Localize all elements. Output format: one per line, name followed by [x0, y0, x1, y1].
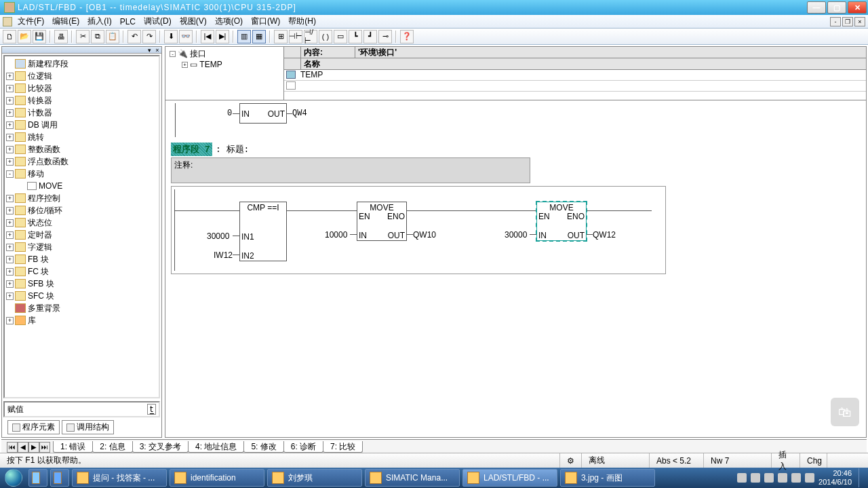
expand-icon[interactable]: + [6, 109, 14, 117]
tree-item-状态位[interactable]: +状态位 [6, 217, 157, 229]
tree-item-移位/循环[interactable]: +移位/循环 [6, 204, 157, 217]
menu-debug[interactable]: 调试(D) [140, 16, 176, 27]
save-button[interactable]: 💾 [33, 30, 46, 43]
tray-flag-icon[interactable] [751, 473, 760, 483]
taskbar-explorer[interactable] [28, 469, 47, 487]
ladder-editor[interactable]: IN OUT 0 QW4 程序段 7 : 标题: 注释: [165, 100, 867, 438]
expand-icon[interactable]: + [6, 219, 14, 227]
expand-icon[interactable]: + [6, 256, 14, 263]
tree-item-跳转[interactable]: +跳转 [6, 131, 157, 143]
tab-info[interactable]: 2: 信息 [92, 441, 132, 453]
network-comment[interactable]: 注释: [171, 157, 530, 183]
row-empty[interactable] [298, 81, 866, 91]
download-button[interactable]: ⬇ [164, 30, 178, 43]
expand-icon[interactable]: + [6, 121, 14, 129]
expand-icon[interactable]: + [6, 280, 14, 288]
menu-help[interactable]: 帮助(H) [284, 16, 320, 27]
expand-icon[interactable]: - [170, 51, 176, 57]
tree-item-新建程序段[interactable]: 新建程序段 [6, 58, 157, 70]
tree-item-SFC 块[interactable]: +SFC 块 [6, 290, 157, 302]
print-button[interactable]: 🖶 [54, 30, 68, 43]
tree-item-位逻辑[interactable]: +位逻辑 [6, 70, 157, 82]
tab-program-elements[interactable]: 程序元素 [7, 420, 60, 434]
tab-addr[interactable]: 4: 地址信息 [188, 441, 244, 453]
move1-in-value[interactable]: 10000 [325, 230, 347, 240]
overview-button[interactable]: ▥ [237, 30, 251, 43]
cmp-in2-value[interactable]: IW12 [214, 250, 233, 260]
interface-tree[interactable]: -🔌 接口 +▭ TEMP [165, 47, 284, 100]
show-desktop-button[interactable] [859, 468, 864, 487]
tab-modify[interactable]: 5: 修改 [243, 441, 283, 453]
taskbar-item-2[interactable]: 刘梦琪 [267, 469, 362, 487]
tree-item-移动[interactable]: -移动 [6, 168, 157, 180]
move2-out-value[interactable]: QW12 [593, 230, 616, 240]
menu-edit[interactable]: 编辑(E) [48, 16, 83, 27]
floating-tool-button[interactable]: 🛍 [831, 398, 859, 426]
expand-icon[interactable]: + [6, 244, 14, 251]
assign-dropdown-icon[interactable]: t̲ [147, 404, 156, 415]
whats-this-button[interactable]: ❓ [400, 30, 414, 43]
tab-errors[interactable]: 1: 错误 [53, 441, 93, 453]
cmp-block[interactable]: CMP ==I IN1 IN2 [239, 202, 287, 261]
undo-button[interactable]: ↶ [127, 30, 141, 43]
pane-close-icon[interactable]: × [153, 47, 161, 54]
tree-item-计数器[interactable]: +计数器 [6, 107, 157, 119]
tray-volume-icon[interactable] [791, 473, 801, 483]
copy-button[interactable]: ⧉ [91, 30, 104, 43]
instruction-tree[interactable]: 新建程序段+位逻辑+比较器+转换器+计数器+DB 调用+跳转+整数函数+浮点数函… [3, 55, 160, 398]
expand-icon[interactable]: + [6, 231, 14, 239]
branch-close-button[interactable]: ┛ [363, 30, 377, 43]
expand-icon[interactable]: + [6, 97, 14, 105]
start-button[interactable] [0, 468, 27, 488]
expand-icon[interactable]: + [6, 317, 14, 324]
goto-next-button[interactable]: ▶| [216, 30, 229, 43]
move2-block[interactable]: MOVE EN ENO IN OUT [536, 202, 587, 241]
tree-item-字逻辑[interactable]: +字逻辑 [6, 241, 157, 253]
taskbar-item-1[interactable]: identification [170, 469, 264, 487]
tab-prev-button[interactable]: ◀ [18, 442, 28, 453]
expand-icon[interactable]: + [6, 146, 14, 153]
pane-pin-icon[interactable]: ▾ [145, 47, 153, 54]
branch-open-button[interactable]: ┗ [349, 30, 362, 43]
monitor-button[interactable]: 👓 [179, 30, 193, 43]
expand-icon[interactable]: + [6, 134, 14, 141]
tray-extra-icon[interactable] [805, 473, 814, 483]
tree-item-浮点数函数[interactable]: +浮点数函数 [6, 155, 157, 168]
tree-item-定时器[interactable]: +定时器 [6, 229, 157, 241]
tree-item-转换器[interactable]: +转换器 [6, 94, 157, 107]
tree-item-程序控制[interactable]: +程序控制 [6, 192, 157, 204]
taskbar-item-5[interactable]: 3.jpg - 画图 [560, 469, 655, 487]
menu-file[interactable]: 文件(F) [14, 16, 48, 27]
open-button[interactable]: 📂 [18, 30, 31, 43]
tree-item-整数函数[interactable]: +整数函数 [6, 143, 157, 155]
menu-window[interactable]: 窗口(W) [247, 16, 284, 27]
network-7[interactable]: CMP ==I IN1 IN2 30000 IW12 MOVE EN ENO [171, 186, 666, 274]
tree-item-FB 块[interactable]: +FB 块 [6, 253, 157, 265]
tray-network-icon[interactable] [778, 473, 787, 483]
tab-xref[interactable]: 3: 交叉参考 [132, 441, 189, 453]
mdi-minimize-button[interactable]: - [830, 17, 841, 26]
expand-icon[interactable]: + [6, 158, 14, 166]
tab-compare[interactable]: 7: 比较 [323, 441, 363, 453]
detail-button[interactable]: ▦ [252, 30, 266, 43]
tab-last-button[interactable]: ⏭ [39, 442, 50, 453]
tree-item-SFB 块[interactable]: +SFB 块 [6, 278, 157, 290]
tree-item-库[interactable]: +库 [6, 314, 157, 326]
contact-nc-button[interactable]: ⊣/⊢ [304, 30, 317, 43]
tree-item-多重背景[interactable]: 多重背景 [6, 302, 157, 314]
tab-diag[interactable]: 6: 诊断 [283, 441, 323, 453]
tray-coin-icon[interactable] [764, 473, 774, 483]
mdi-restore-button[interactable]: ❐ [842, 17, 853, 26]
expand-icon[interactable]: + [6, 293, 14, 300]
move1-block[interactable]: MOVE EN ENO IN OUT [357, 202, 407, 241]
tab-call-structure[interactable]: 调用结构 [62, 420, 114, 434]
clock[interactable]: 20:46 2014/6/10 [818, 469, 852, 487]
tree-item-DB 调用[interactable]: +DB 调用 [6, 119, 157, 131]
move2-in-value[interactable]: 30000 [505, 230, 527, 240]
row-temp[interactable]: TEMP [298, 70, 866, 80]
expand-icon[interactable]: + [6, 195, 14, 202]
tab-next-button[interactable]: ▶ [28, 442, 39, 453]
system-tray[interactable]: 20:46 2014/6/10 [733, 468, 868, 487]
tree-item-MOVE[interactable]: MOVE [6, 180, 157, 192]
taskbar-item-0[interactable]: 提问 - 找答案 - ... [72, 469, 167, 487]
